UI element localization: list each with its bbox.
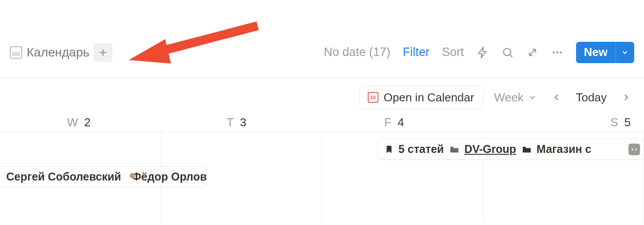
search-icon <box>501 46 514 59</box>
event-tag-label: DV-Group <box>464 143 516 156</box>
calendar-grid[interactable]: Сергей Соболевский Фёдор Орлов 5 статей … <box>0 132 644 221</box>
svg-point-3 <box>560 51 562 53</box>
svg-point-1 <box>553 51 555 53</box>
event-tag: DV-Group <box>449 143 516 156</box>
event-tag-label: Магазин с <box>537 143 591 156</box>
new-button-group: New <box>576 42 634 63</box>
filter-button[interactable]: Filter <box>403 45 429 59</box>
day-number: 5 <box>624 116 631 129</box>
expand-diagonal-icon <box>526 46 539 59</box>
chevron-down-icon <box>528 93 537 102</box>
view-tabs: Календарь <box>10 16 112 62</box>
event-tag: 5 статей <box>384 143 444 156</box>
event-person-name: Фёдор Орлов <box>132 170 207 183</box>
day-header: F 4 <box>315 116 473 129</box>
event-person-name: Сергей Соболевский <box>6 170 121 183</box>
calendar-event[interactable]: 5 статей DV-Group Магазин с <box>378 139 644 160</box>
search-button[interactable] <box>501 46 514 59</box>
folder-icon <box>521 144 532 155</box>
event-tag-label: 5 статей <box>398 143 444 156</box>
dots-horizontal-icon <box>551 46 564 59</box>
calendar-app-icon <box>368 92 378 103</box>
svg-point-0 <box>503 48 510 55</box>
drag-horizontal-icon <box>631 146 638 153</box>
day-header: T 3 <box>158 116 315 129</box>
open-in-calendar-label: Open in Calendar <box>384 91 474 104</box>
day-letter: W <box>67 116 78 129</box>
view-tab-label: Календарь <box>27 45 89 60</box>
more-button[interactable] <box>551 46 564 59</box>
day-header-row: W 2 T 3 F 4 S 5 <box>0 109 644 132</box>
event-tag: Магазин с <box>521 143 591 156</box>
add-view-button[interactable] <box>94 43 112 62</box>
calendar-view-tab[interactable]: Календарь <box>10 45 89 60</box>
chevron-left-icon <box>551 92 562 103</box>
next-range-button[interactable] <box>618 89 634 105</box>
sort-button[interactable]: Sort <box>442 45 464 59</box>
plus-icon <box>98 47 108 58</box>
range-label: Week <box>494 91 524 104</box>
day-header: S 5 <box>473 116 644 129</box>
folder-icon <box>449 144 460 155</box>
automations-button[interactable] <box>477 46 489 59</box>
chevron-right-icon <box>621 92 632 103</box>
range-selector[interactable]: Week <box>494 91 537 104</box>
calendar-subtoolbar: Open in Calendar Week Today <box>0 78 644 109</box>
svg-point-2 <box>556 51 558 53</box>
day-letter: T <box>227 116 234 129</box>
day-number: 3 <box>240 116 246 129</box>
new-button[interactable]: New <box>576 42 616 63</box>
new-button-dropdown[interactable] <box>616 42 634 63</box>
day-number: 2 <box>84 116 91 129</box>
lightning-icon <box>477 46 489 59</box>
event-expand-handle[interactable] <box>628 144 640 155</box>
open-in-calendar-button[interactable]: Open in Calendar <box>359 86 483 109</box>
view-actions: No date (17) Filter Sort New <box>324 15 634 63</box>
day-header: W 2 <box>0 116 158 129</box>
day-letter: S <box>610 116 618 129</box>
day-letter: F <box>384 116 391 129</box>
bookmark-icon <box>384 145 394 154</box>
no-date-counter[interactable]: No date (17) <box>324 45 390 59</box>
prev-range-button[interactable] <box>549 89 564 105</box>
day-number: 4 <box>398 116 404 129</box>
view-toolbar: Календарь No date (17) Filter Sort New <box>0 0 644 78</box>
today-button[interactable]: Today <box>576 91 607 104</box>
calendar-event[interactable]: Сергей Соболевский Фёдор Орлов <box>0 166 207 187</box>
calendar-grid-icon <box>10 46 22 59</box>
annotation-arrow <box>124 18 262 76</box>
expand-button[interactable] <box>526 46 539 59</box>
chevron-down-icon <box>621 48 629 56</box>
svg-marker-4 <box>129 39 171 64</box>
